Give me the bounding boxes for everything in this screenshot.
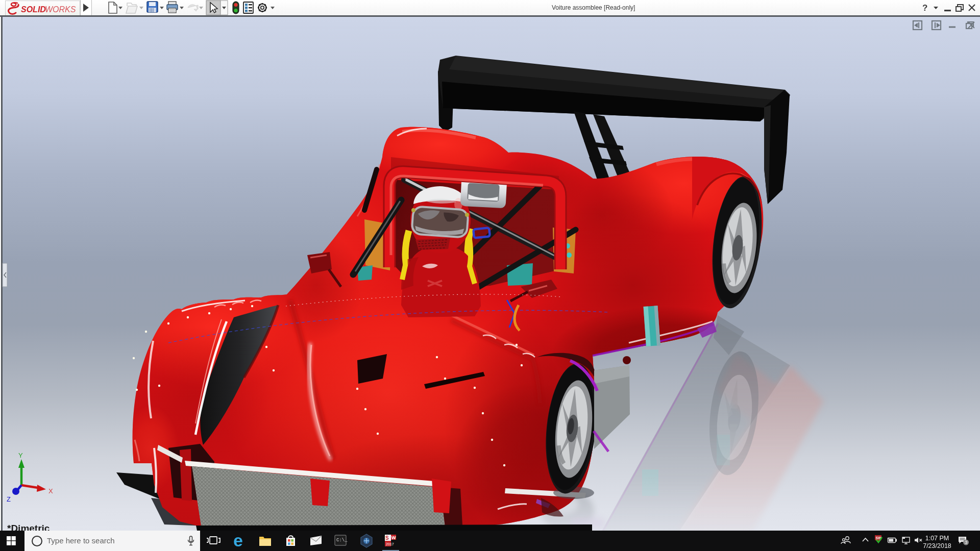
svg-text:?: ? (922, 3, 927, 13)
svg-text:C:\_: C:\_ (336, 538, 348, 543)
svg-text:W: W (391, 535, 396, 540)
svg-text:X: X (48, 487, 53, 495)
svg-text:3: 3 (965, 540, 967, 545)
svg-text:Z: Z (7, 495, 11, 503)
svg-text:7/23/2018: 7/23/2018 (923, 542, 951, 549)
svg-text:2017: 2017 (386, 542, 394, 546)
svg-text:WORKS: WORKS (45, 5, 76, 14)
svg-text:e: e (233, 531, 243, 550)
svg-text:S: S (385, 535, 389, 541)
svg-text:SOLID: SOLID (21, 5, 46, 14)
svg-text:1:07 PM: 1:07 PM (925, 535, 949, 542)
svg-text:Y: Y (18, 452, 23, 459)
